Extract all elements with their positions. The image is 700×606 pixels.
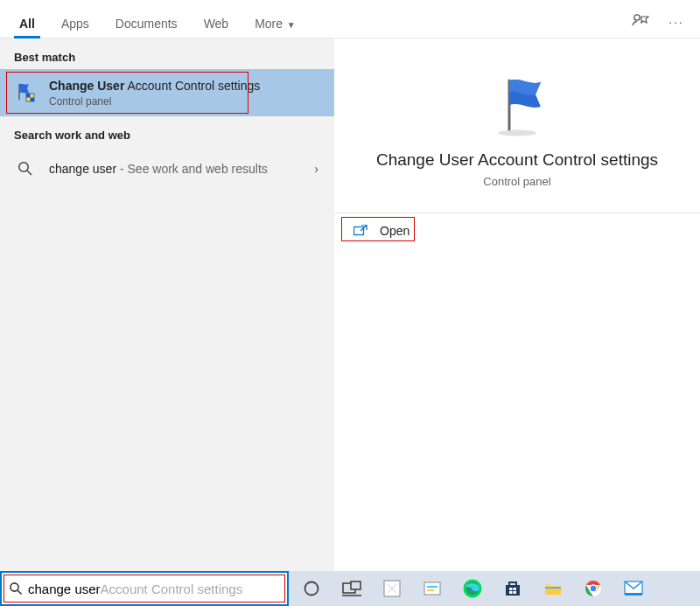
taskbar-chrome-icon[interactable] <box>574 571 612 606</box>
result-change-uac-settings[interactable]: Change User Account Control settings Con… <box>0 69 334 116</box>
svg-point-11 <box>305 582 318 596</box>
svg-rect-3 <box>31 98 35 102</box>
taskbar-store-icon[interactable] <box>494 571 532 606</box>
svg-rect-16 <box>424 582 440 595</box>
open-label: Open <box>380 224 410 238</box>
taskbar-app-1-icon[interactable] <box>373 571 411 606</box>
chevron-down-icon: ▼ <box>284 20 296 30</box>
open-icon <box>354 225 368 237</box>
details-panel: Change User Account Control settings Con… <box>334 38 700 606</box>
svg-rect-2 <box>26 94 31 98</box>
svg-rect-24 <box>509 591 513 594</box>
result-web-change-user[interactable]: change user - See work and web results › <box>0 147 334 191</box>
tab-documents[interactable]: Documents <box>112 17 181 38</box>
taskbar-explorer-icon[interactable] <box>534 571 572 606</box>
svg-rect-32 <box>625 593 642 596</box>
flag-icon-large <box>483 72 551 140</box>
svg-line-10 <box>18 590 22 595</box>
web-result-suffix: - See work and web results <box>116 162 268 176</box>
chevron-right-icon[interactable]: › <box>311 162 322 176</box>
svg-rect-21 <box>506 585 520 596</box>
search-query-text: change user <box>28 582 101 596</box>
taskbar-search-input[interactable]: change user Account Control settings <box>0 571 289 606</box>
feedback-icon[interactable] <box>632 13 649 38</box>
search-suggestion-text: Account Control settings <box>101 582 243 596</box>
svg-line-5 <box>27 171 32 175</box>
tab-web[interactable]: Web <box>200 17 233 38</box>
svg-rect-22 <box>509 588 513 590</box>
detail-subtitle: Control panel <box>483 175 550 188</box>
svg-rect-17 <box>427 586 438 588</box>
svg-rect-7 <box>354 227 364 235</box>
taskbar-taskview-icon[interactable] <box>332 571 371 606</box>
taskbar: change user Account Control settings <box>0 571 700 606</box>
taskbar-edge-icon[interactable] <box>453 571 492 606</box>
result-subtitle: Control panel <box>49 95 322 108</box>
taskbar-app-2-icon[interactable] <box>413 571 452 606</box>
svg-point-0 <box>634 15 640 20</box>
more-options-icon[interactable]: ··· <box>668 15 684 38</box>
search-icon <box>9 582 23 596</box>
search-filter-tabs: All Apps Documents Web More ▼ ··· <box>0 0 700 38</box>
work-web-heading: Search work and web <box>0 116 334 147</box>
svg-rect-23 <box>514 588 517 590</box>
taskbar-mail-icon[interactable] <box>614 571 653 606</box>
result-title: Change User Account Control settings <box>49 78 322 94</box>
svg-rect-27 <box>545 587 561 589</box>
tab-apps[interactable]: Apps <box>58 17 93 38</box>
detail-title: Change User Account Control settings <box>359 150 676 170</box>
taskbar-cortana-icon[interactable] <box>292 571 331 606</box>
tab-all[interactable]: All <box>16 17 38 38</box>
svg-point-4 <box>19 163 28 171</box>
tab-more[interactable]: More ▼ <box>251 17 299 38</box>
svg-rect-18 <box>427 589 434 591</box>
svg-rect-13 <box>351 582 360 589</box>
svg-rect-25 <box>514 591 517 594</box>
open-button[interactable]: Open <box>334 213 700 248</box>
svg-point-9 <box>10 583 18 591</box>
flag-shield-icon <box>12 80 38 106</box>
svg-point-6 <box>498 130 536 136</box>
web-result-query: change user <box>49 162 116 176</box>
best-match-heading: Best match <box>0 38 334 69</box>
results-panel: Best match Change User Account Control s… <box>0 38 334 606</box>
search-icon <box>12 156 38 182</box>
